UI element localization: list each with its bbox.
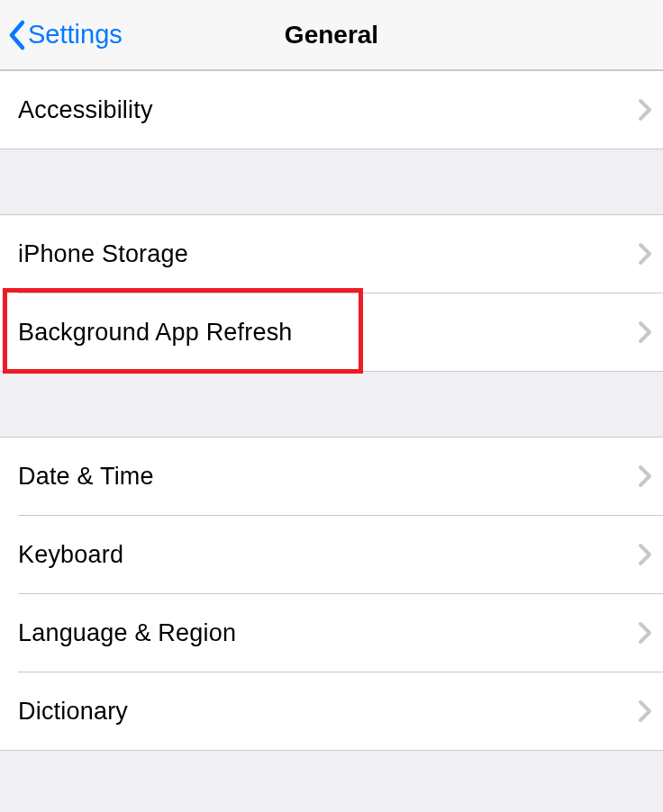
- row-label: Dictionary: [18, 698, 128, 726]
- group-spacer: [0, 751, 663, 812]
- back-button[interactable]: Settings: [7, 19, 123, 51]
- back-chevron-icon: [7, 19, 26, 51]
- group-storage: iPhone Storage Background App Refresh: [0, 214, 663, 372]
- row-dictionary[interactable]: Dictionary: [0, 672, 663, 750]
- row-label: Background App Refresh: [18, 319, 293, 347]
- row-label: Date & Time: [18, 463, 154, 491]
- row-label: Language & Region: [18, 619, 236, 647]
- chevron-right-icon: [638, 543, 652, 566]
- chevron-right-icon: [638, 699, 652, 723]
- chevron-right-icon: [638, 621, 652, 645]
- row-label: Accessibility: [18, 96, 153, 124]
- page-title: General: [285, 21, 378, 50]
- nav-header: Settings General: [0, 0, 663, 70]
- group-misc: Date & Time Keyboard Language & Region D…: [0, 437, 663, 751]
- row-keyboard[interactable]: Keyboard: [0, 516, 663, 593]
- chevron-right-icon: [638, 465, 652, 488]
- row-label: iPhone Storage: [18, 240, 188, 268]
- row-language-region[interactable]: Language & Region: [0, 594, 663, 672]
- group-spacer: [0, 149, 663, 214]
- chevron-right-icon: [638, 242, 652, 266]
- chevron-right-icon: [638, 98, 652, 122]
- row-iphone-storage[interactable]: iPhone Storage: [0, 215, 663, 293]
- back-label: Settings: [28, 20, 123, 50]
- group-accessibility: Accessibility: [0, 70, 663, 149]
- group-spacer: [0, 372, 663, 437]
- row-label: Keyboard: [18, 541, 123, 569]
- row-date-time[interactable]: Date & Time: [0, 438, 663, 515]
- row-background-app-refresh[interactable]: Background App Refresh: [0, 293, 663, 371]
- row-accessibility[interactable]: Accessibility: [0, 71, 663, 149]
- chevron-right-icon: [638, 320, 652, 344]
